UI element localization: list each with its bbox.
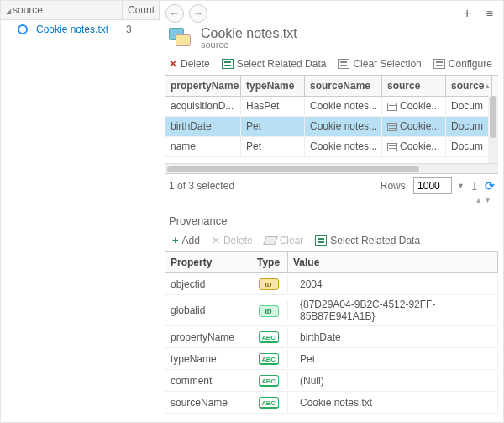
add-button[interactable]: + — [458, 4, 475, 23]
prov-value: Cookie notes.txt — [288, 394, 498, 412]
rows-input[interactable] — [413, 177, 452, 194]
cell: Cookie... — [382, 117, 446, 136]
cell: name — [165, 137, 241, 156]
table-row[interactable]: namePetCookie notes...Cookie...Docum — [165, 137, 498, 157]
prov-value: (Null) — [288, 372, 498, 390]
clear-selection-button[interactable]: Clear Selection — [338, 58, 421, 70]
forward-button[interactable]: → — [189, 4, 207, 23]
cell: Cookie notes... — [305, 117, 382, 136]
rows-dropdown-icon[interactable]: ▼ — [457, 182, 465, 190]
prov-type: ABC — [249, 349, 288, 368]
download-icon[interactable]: ⤓ — [470, 179, 480, 193]
plus-icon: + — [172, 234, 179, 246]
cell: Cookie notes... — [305, 97, 382, 116]
provenance-title: Provenance — [160, 206, 503, 230]
main-grid: propertyName▲ typeName sourceName source… — [165, 75, 498, 174]
table-row[interactable]: sourceNameABCCookie notes.txt — [165, 392, 498, 414]
cell: Cookie... — [382, 97, 446, 116]
type-badge-icon: ABC — [259, 353, 279, 365]
cell: Docum — [446, 137, 492, 156]
prov-type: ABC — [249, 393, 288, 412]
prov-prop: globalid — [165, 301, 249, 320]
provenance-toolbar: +Add ✕Delete Clear Select Related Data — [160, 230, 503, 251]
cell: Cookie notes... — [305, 137, 382, 156]
table-row[interactable]: commentABC(Null) — [165, 370, 498, 392]
select-related-icon — [222, 59, 234, 69]
type-badge-icon: ABC — [259, 331, 279, 343]
prov-delete-button: ✕Delete — [212, 235, 253, 246]
prov-col-type[interactable]: Type — [249, 252, 288, 272]
prov-value: {87D29A04-9B2C-4512-92FF-85B87E941A1B} — [288, 295, 498, 325]
left-grid-header: ◢source Count — [1, 1, 160, 20]
left-row[interactable]: Cookie notes.txt 3 — [1, 20, 160, 39]
refresh-icon[interactable]: ⟳ — [485, 179, 495, 193]
scroll-thumb[interactable] — [167, 166, 419, 172]
prov-type: ID — [249, 301, 288, 320]
prov-prop: comment — [165, 372, 249, 390]
prov-col-property[interactable]: Property — [165, 252, 249, 272]
cell: HasPet — [241, 97, 305, 116]
header-section: Cookie notes.txt source — [160, 26, 503, 55]
source-icon — [387, 123, 397, 131]
table-row[interactable]: propertyNameABCbirthDate — [165, 326, 498, 348]
main-action-bar: ✕Delete Select Related Data Clear Select… — [160, 55, 503, 75]
left-col-source[interactable]: ◢source — [1, 1, 123, 19]
col-propertyname[interactable]: propertyName▲ — [165, 76, 241, 96]
horizontal-scrollbar[interactable] — [165, 163, 498, 173]
prov-col-value[interactable]: Value — [288, 252, 498, 272]
prov-prop: propertyName — [165, 328, 249, 346]
source-icon — [387, 143, 397, 151]
left-col-count[interactable]: Count — [123, 1, 160, 19]
col-sourcename[interactable]: sourceName — [305, 76, 382, 96]
cell: Pet — [241, 137, 305, 156]
prov-select-related-button[interactable]: Select Related Data — [315, 235, 420, 246]
scroll-thumb[interactable] — [490, 96, 496, 138]
collapse-arrows-icon[interactable]: ▲▼ — [160, 196, 503, 206]
radio-icon[interactable] — [18, 24, 28, 34]
prov-prop: typeName — [165, 350, 249, 368]
delete-button[interactable]: ✕Delete — [169, 58, 210, 70]
eraser-icon — [263, 236, 278, 245]
table-row[interactable]: globalidID{87D29A04-9B2C-4512-92FF-85B87… — [165, 295, 498, 326]
table-row[interactable]: typeNameABCPet — [165, 348, 498, 370]
select-related-icon — [315, 235, 327, 246]
source-icon — [387, 103, 397, 111]
table-row[interactable]: acquisitionD...HasPetCookie notes...Cook… — [165, 97, 498, 117]
left-row-count: 3 — [126, 24, 155, 35]
prov-prop: sourceName — [165, 394, 249, 412]
vertical-scrollbar[interactable] — [488, 96, 498, 163]
prov-clear-button: Clear — [265, 235, 304, 246]
prov-type: ID — [249, 274, 288, 293]
col-typename[interactable]: typeName — [241, 76, 305, 96]
table-row[interactable]: birthDatePetCookie notes...Cookie...Docu… — [165, 117, 498, 137]
left-panel: ◢source Count Cookie notes.txt 3 — [1, 1, 160, 422]
rows-label: Rows: — [381, 180, 408, 192]
col-source[interactable]: source — [382, 76, 446, 96]
menu-button[interactable]: ≡ — [481, 5, 498, 22]
configure-icon — [433, 59, 445, 69]
prov-type: ABC — [249, 327, 288, 346]
right-panel: ← → + ≡ Cookie notes.txt source ✕Delete … — [160, 1, 503, 422]
prov-value: Pet — [288, 350, 498, 368]
type-badge-icon: ABC — [259, 375, 279, 387]
main-grid-header: propertyName▲ typeName sourceName source… — [165, 76, 498, 97]
col-source2[interactable]: source▲ — [446, 76, 492, 96]
cell: birthDate — [165, 117, 241, 136]
prov-type: ABC — [249, 371, 288, 390]
table-row[interactable]: objectidID2004 — [165, 273, 498, 295]
left-row-label: Cookie notes.txt — [36, 24, 126, 35]
back-button[interactable]: ← — [165, 4, 184, 23]
clear-selection-icon — [338, 59, 349, 69]
configure-button[interactable]: Configure — [433, 58, 492, 70]
prov-grid-header: Property Type Value — [165, 252, 498, 273]
cell: Cookie... — [382, 137, 446, 156]
document-icon — [169, 28, 192, 48]
status-bar: 1 of 3 selected Rows: ▼ ⤓ ⟳ — [160, 174, 503, 196]
prov-add-button[interactable]: +Add — [172, 234, 200, 246]
type-badge-icon: ID — [259, 278, 279, 290]
cell: acquisitionD... — [165, 97, 241, 116]
type-badge-icon: ID — [259, 305, 279, 317]
selection-status: 1 of 3 selected — [169, 180, 234, 192]
cell: Docum — [446, 117, 492, 136]
select-related-button[interactable]: Select Related Data — [222, 58, 327, 70]
